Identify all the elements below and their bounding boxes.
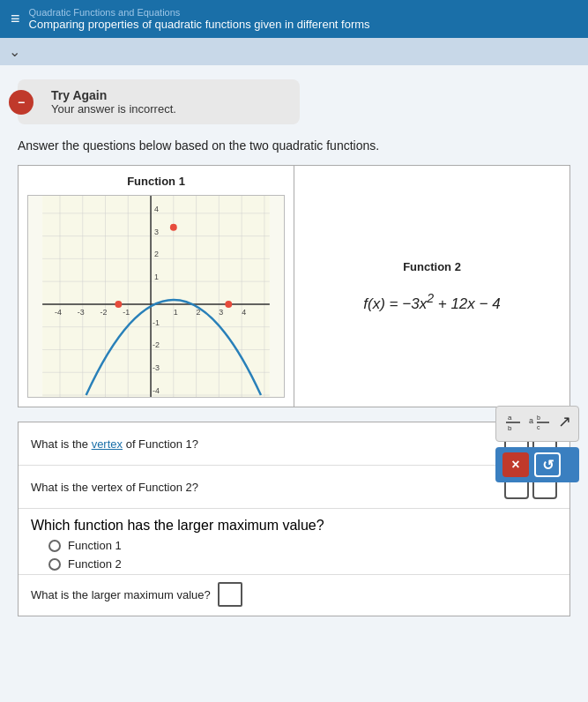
svg-text:a: a <box>529 416 533 425</box>
svg-text:-2: -2 <box>100 308 108 317</box>
function2-title: Function 2 <box>303 260 561 273</box>
vertex-link[interactable]: vertex <box>92 437 123 451</box>
function2-panel: Function 2 f(x) = −3x2 + 12x − 4 <box>294 166 569 407</box>
svg-text:1: 1 <box>174 308 178 317</box>
svg-text:3: 3 <box>154 228 159 236</box>
graph-area: 4 3 2 1 -1 -2 -3 -4 -4 -3 -2 -1 1 2 3 4 <box>27 195 285 398</box>
svg-point-38 <box>170 224 177 231</box>
svg-text:-3: -3 <box>78 308 85 317</box>
svg-text:2: 2 <box>154 250 159 258</box>
main-content: − Try Again Your answer is incorrect. An… <box>0 65 588 702</box>
question-c-text: Which function has the larger maximum va… <box>31 518 557 534</box>
app-header: ≡ Quadratic Functions and Equations Comp… <box>0 0 588 38</box>
chevron-down-icon[interactable]: ⌄ <box>9 44 20 59</box>
radio-label-2: Function 2 <box>68 557 122 571</box>
max-value-input[interactable] <box>218 582 242 607</box>
svg-text:-4: -4 <box>153 386 160 395</box>
try-again-box: − Try Again Your answer is incorrect. <box>18 79 300 124</box>
svg-text:4: 4 <box>242 308 246 317</box>
toolbar-top-row: a b a b c ↗ <box>495 406 579 442</box>
mixed-fraction-icon[interactable]: a b c <box>528 412 553 436</box>
svg-text:-3: -3 <box>153 363 160 372</box>
max-value-label: What is the larger maximum value? <box>31 588 211 601</box>
svg-text:-1: -1 <box>123 308 130 317</box>
svg-point-40 <box>225 301 232 308</box>
svg-text:-1: -1 <box>153 318 160 327</box>
radio-circle-2[interactable] <box>48 558 61 571</box>
try-again-subtitle: Your answer is incorrect. <box>51 102 286 116</box>
instruction-text: Answer the questions below based on the … <box>18 138 570 153</box>
question-a-row: What is the vertex of Function 1? <box>19 422 569 466</box>
menu-icon[interactable]: ≡ <box>11 10 20 28</box>
svg-text:b: b <box>508 424 512 431</box>
function1-title: Function 1 <box>27 175 285 188</box>
header-text: Quadratic Functions and Equations Compar… <box>29 7 370 31</box>
chevron-row: ⌄ <box>0 38 588 65</box>
undo-button[interactable]: ↺ <box>534 452 561 477</box>
question-b-text: What is the vertex of Function 2? <box>31 481 495 494</box>
functions-container: Function 1 <box>18 165 570 407</box>
function2-formula: f(x) = −3x2 + 12x − 4 <box>363 291 500 313</box>
svg-text:-4: -4 <box>55 308 62 317</box>
toolbar-bottom-row: × ↺ <box>495 447 579 482</box>
radio-options: Function 1 Function 2 <box>31 534 557 571</box>
svg-text:1: 1 <box>154 273 159 281</box>
svg-text:3: 3 <box>219 308 223 317</box>
svg-text:-2: -2 <box>153 340 160 349</box>
clear-button[interactable]: × <box>502 452 529 477</box>
radio-label-1: Function 1 <box>68 539 122 552</box>
side-toolbar: a b a b c ↗ × ↺ <box>495 406 579 482</box>
try-again-icon: − <box>9 90 33 115</box>
svg-text:b: b <box>537 414 540 421</box>
header-subtitle: Quadratic Functions and Equations <box>29 7 370 18</box>
radio-option-2[interactable]: Function 2 <box>48 557 557 571</box>
fraction-icon[interactable]: a b <box>503 412 523 436</box>
cursor-icon[interactable]: ↗ <box>558 412 571 436</box>
svg-point-39 <box>115 301 122 308</box>
radio-circle-1[interactable] <box>48 540 61 552</box>
question-a-text: What is the vertex of Function 1? <box>31 437 495 451</box>
svg-text:4: 4 <box>154 205 159 213</box>
question-b-row: What is the vertex of Function 2? <box>19 466 569 509</box>
radio-option-1[interactable]: Function 1 <box>48 539 557 552</box>
header-title: Comparing properties of quadratic functi… <box>29 18 370 31</box>
max-value-row: What is the larger maximum value? <box>19 575 569 616</box>
svg-text:c: c <box>537 424 540 430</box>
questions-area: What is the vertex of Function 1? What i… <box>18 422 570 616</box>
try-again-content: Try Again Your answer is incorrect. <box>51 88 286 116</box>
try-again-title: Try Again <box>51 88 286 102</box>
svg-text:a: a <box>508 414 512 422</box>
function1-panel: Function 1 <box>19 166 294 407</box>
question-c-container: Which function has the larger maximum va… <box>19 509 569 575</box>
